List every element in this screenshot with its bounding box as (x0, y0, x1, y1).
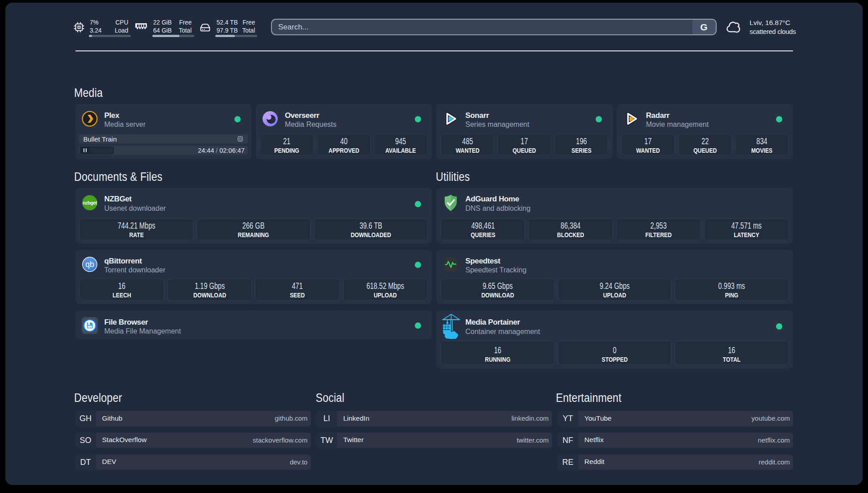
svg-text:qb: qb (85, 260, 94, 269)
svg-text:nzbget: nzbget (83, 200, 97, 205)
